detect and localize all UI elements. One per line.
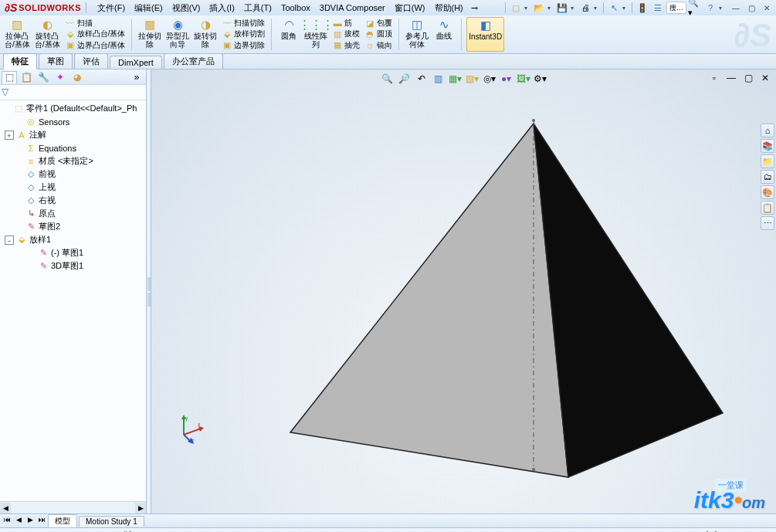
maximize-button[interactable]: ▢ [745, 2, 757, 13]
edit-appearance-icon[interactable]: ●▾ [499, 72, 514, 86]
tab-scroll-first-icon[interactable]: ⏮ [2, 516, 12, 527]
menu-toolbox[interactable]: Toolbox [276, 0, 315, 15]
solidworks-resources-icon[interactable]: ⌂ [761, 124, 774, 137]
section-view-icon[interactable]: ▥ [431, 72, 446, 86]
task-pane-more-icon[interactable]: ⋯ [761, 216, 774, 230]
tree-node-3dsketch1[interactable]: ✎3D草图1 [0, 259, 146, 273]
tab-office[interactable]: 办公室产品 [164, 53, 223, 69]
tree-node-material[interactable]: ≡材质 <未指定> [0, 154, 146, 168]
panel-hscrollbar[interactable]: ◀ ▶ [0, 501, 146, 513]
tree-node-top-plane[interactable]: ◇上视 [0, 181, 146, 194]
tab-model[interactable]: 模型 [48, 514, 77, 527]
rib-button[interactable]: ▬筋 [330, 18, 361, 29]
view-orientation-icon[interactable]: ▦▾ [448, 72, 463, 86]
panel-expand-icon[interactable]: » [129, 71, 144, 83]
swept-cut-button[interactable]: 〰扫描切除 [220, 18, 266, 29]
menu-help[interactable]: 帮助(H) [430, 0, 468, 15]
appearances-icon[interactable]: 🎨 [761, 185, 774, 199]
menu-window[interactable]: 窗口(W) [390, 0, 430, 15]
zoom-fit-icon[interactable]: 🔍 [380, 72, 395, 86]
tab-motion-study[interactable]: Motion Study 1 [79, 516, 144, 527]
minimize-button[interactable]: — [730, 2, 742, 13]
revolved-cut-button[interactable]: ◑旋转切 除 [192, 17, 219, 52]
wrap-button[interactable]: ◪包覆 [363, 18, 394, 29]
view-settings-icon[interactable]: ⚙▾ [533, 72, 548, 86]
hole-wizard-button[interactable]: ◉异型孔 向导 [164, 17, 191, 52]
mirror-button[interactable]: ⎅镜向 [363, 40, 394, 51]
viewport-restore-icon[interactable]: ▫ [707, 71, 722, 85]
search-input[interactable]: 搜… [666, 2, 686, 14]
shell-button[interactable]: ▦抽壳 [330, 40, 361, 51]
boundary-cut-button[interactable]: ▣边界切除 [220, 40, 266, 51]
help-icon[interactable]: ? [703, 2, 717, 14]
search-dropdown-icon[interactable]: 🔍▾ [688, 2, 702, 14]
fillet-button[interactable]: ◠圆角 [276, 17, 301, 52]
revolved-boss-button[interactable]: ◐旋转凸 台/基体 [33, 17, 62, 52]
lofted-boss-button[interactable]: ⬙放样凸台/基体 [63, 29, 127, 39]
expand-icon[interactable]: + [5, 130, 14, 140]
rebuild-icon[interactable]: 🚦 [635, 2, 649, 14]
lofted-cut-button[interactable]: ⬙放样切割 [220, 29, 266, 39]
tab-dimxpert[interactable]: DimXpert [110, 56, 162, 69]
menu-tools[interactable]: 工具(T) [239, 0, 276, 15]
display-style-icon[interactable]: ▧▾ [465, 72, 480, 86]
open-icon[interactable]: 📂 [532, 2, 546, 14]
linear-pattern-button[interactable]: ⋮⋮⋮线性阵 列 [303, 17, 329, 52]
tree-node-origin[interactable]: ↳原点 [0, 207, 146, 220]
tab-scroll-last-icon[interactable]: ⏭ [36, 516, 47, 527]
tree-node-loft1[interactable]: −⬙放样1 [0, 233, 146, 246]
menu-file[interactable]: 文件(F) [93, 0, 130, 15]
zoom-area-icon[interactable]: 🔎 [397, 72, 412, 86]
tab-scroll-next-icon[interactable]: ▶ [25, 516, 36, 527]
boundary-boss-button[interactable]: ▣边界凸台/基体 [63, 40, 127, 51]
tree-node-sensors[interactable]: ◎Sensors [0, 115, 146, 128]
collapse-icon[interactable]: − [5, 236, 14, 245]
close-button[interactable]: ✕ [761, 2, 773, 13]
menu-view[interactable]: 视图(V) [168, 0, 205, 15]
menu-insert[interactable]: 插入(I) [205, 0, 239, 15]
design-library-icon[interactable]: 📚 [761, 139, 774, 153]
tab-features[interactable]: 特征 [3, 53, 37, 69]
new-document-icon[interactable]: ▢ [509, 2, 523, 14]
filter-icon[interactable]: ▽ [2, 86, 14, 99]
dome-button[interactable]: ◓圆顶 [363, 29, 394, 39]
instant3d-button[interactable]: ◧Instant3D [466, 17, 504, 52]
scroll-left-icon[interactable]: ◀ [0, 503, 11, 513]
menu-edit[interactable]: 编辑(E) [130, 0, 168, 15]
tree-node-equations[interactable]: ΣEquations [0, 141, 146, 154]
options-icon[interactable]: ☰ [651, 2, 665, 14]
viewport-close-icon[interactable]: ✕ [757, 71, 773, 85]
previous-view-icon[interactable]: ↶ [414, 72, 429, 86]
draft-button[interactable]: ▥拔模 [330, 29, 361, 39]
tab-sketch[interactable]: 草图 [39, 53, 73, 69]
feature-tree-tab-icon[interactable]: ⬚ [2, 71, 17, 83]
hide-show-icon[interactable]: ◎▾ [482, 72, 497, 86]
tree-node-sketch1[interactable]: ✎(-) 草图1 [0, 246, 146, 259]
viewport-minimize-icon[interactable]: — [723, 71, 739, 85]
scroll-right-icon[interactable]: ▶ [135, 503, 146, 513]
view-palette-icon[interactable]: 🗂 [761, 170, 774, 184]
custom-properties-icon[interactable]: 📋 [761, 201, 774, 215]
tree-node-sketch2[interactable]: ✎草图2 [0, 220, 146, 233]
print-icon[interactable]: 🖨 [578, 2, 592, 14]
tab-evaluate[interactable]: 评估 [74, 53, 108, 69]
tree-node-annotations[interactable]: +A注解 [0, 128, 146, 141]
swept-boss-button[interactable]: 〰扫描 [63, 18, 127, 29]
display-manager-tab-icon[interactable]: ◕ [69, 71, 85, 83]
file-explorer-icon[interactable]: 📁 [761, 154, 774, 168]
tree-root-part[interactable]: ⬚零件1 (Default<<Default>_Ph [0, 102, 146, 115]
tab-scroll-prev-icon[interactable]: ◀ [13, 516, 24, 527]
dimxpert-manager-tab-icon[interactable]: ✦ [53, 71, 68, 83]
apply-scene-icon[interactable]: 🖼▾ [516, 72, 531, 86]
save-icon[interactable]: 💾 [555, 2, 569, 14]
reference-geometry-button[interactable]: ◫参考几 何体 [404, 17, 430, 52]
viewport-maximize-icon[interactable]: ▢ [740, 71, 756, 85]
menu-3dvia[interactable]: 3DVIA Composer [315, 0, 390, 15]
configuration-manager-tab-icon[interactable]: 🔧 [36, 71, 51, 83]
tree-node-right-plane[interactable]: ◇右视 [0, 194, 146, 207]
graphics-viewport[interactable]: 🔍 🔎 ↶ ▥ ▦▾ ▧▾ ◎▾ ●▾ 🖼▾ ⚙▾ ▫ — ▢ ✕ [151, 69, 776, 513]
property-manager-tab-icon[interactable]: 📋 [19, 71, 34, 83]
select-icon[interactable]: ↖ [607, 2, 621, 14]
menu-pin-icon[interactable]: ⊸ [468, 2, 482, 14]
curves-button[interactable]: ∿曲线 [432, 17, 456, 52]
